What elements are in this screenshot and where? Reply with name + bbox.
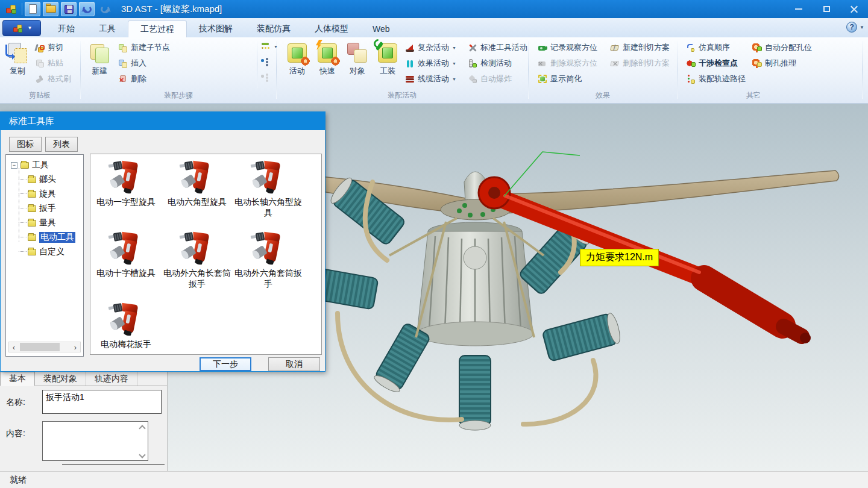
ribbon-tab-row: 开始 工具 工艺过程 技术图解 装配仿真 人体模型 Web: [0, 18, 868, 37]
tree-node-screwdriver[interactable]: 旋具: [28, 189, 56, 199]
tree-node-electric-tools[interactable]: 电动工具: [28, 232, 75, 243]
tool-category-tree: − 工具 鎯头 旋具 扳手 量具 电动工具 自定义 ‹ ›: [5, 154, 84, 357]
tree-view-button[interactable]: [260, 55, 271, 69]
chevron-down-icon: ▼: [452, 61, 456, 66]
name-input[interactable]: 扳手活动1: [42, 390, 162, 414]
tab-human-model[interactable]: 人体模型: [303, 20, 360, 37]
scroll-left-icon[interactable]: ‹: [9, 343, 19, 352]
app-menu-button[interactable]: ▼: [2, 20, 41, 36]
horizontal-splitter[interactable]: [62, 464, 165, 465]
tooling-button[interactable]: 工装: [374, 40, 401, 90]
undo-icon[interactable]: [79, 2, 95, 16]
cancel-button[interactable]: 取消: [268, 357, 320, 371]
cable-activity-button[interactable]: 线缆活动▼: [405, 72, 456, 86]
quick-activity-icon: [316, 42, 338, 64]
minimize-button[interactable]: [785, 0, 813, 18]
hole-inference-button[interactable]: 制孔推理: [752, 57, 796, 70]
tool-item[interactable]: 电动梅花扳手: [90, 300, 162, 349]
new-child-node-button[interactable]: 新建子节点: [118, 41, 170, 54]
tab-assembly-sim[interactable]: 装配仿真: [245, 20, 303, 37]
folder-icon: [28, 249, 36, 255]
starburst-icon: [686, 58, 696, 69]
assembly-trajectory-button[interactable]: 装配轨迹路径: [686, 72, 746, 86]
tree-node-hammer[interactable]: 鎯头: [28, 174, 56, 185]
tree-node-measuring[interactable]: 量具: [28, 217, 56, 228]
chevron-down-icon[interactable]: ▼: [860, 25, 864, 30]
tab-tech-diagram[interactable]: 技术图解: [187, 20, 245, 37]
tooling-wrench-icon: [377, 42, 398, 64]
collapse-icon[interactable]: −: [11, 162, 17, 169]
paste-icon: [35, 58, 45, 69]
dialog-titlebar[interactable]: 标准工具库: [1, 112, 325, 130]
simplify-display-button[interactable]: 显示简化: [538, 72, 582, 86]
activity-button[interactable]: 活动: [283, 40, 311, 90]
object-button[interactable]: 对象: [344, 40, 371, 90]
tree-node-custom[interactable]: 自定义: [28, 246, 64, 257]
tab-start[interactable]: 开始: [46, 20, 87, 37]
tab-tools[interactable]: 工具: [87, 20, 128, 37]
tool-item[interactable]: 电动外六角长套筒扳手: [162, 229, 233, 289]
content-label: 内容:: [6, 428, 25, 439]
interference-check-button[interactable]: 干涉检查点: [686, 57, 738, 70]
org-tree-icon: [260, 57, 271, 67]
folder-icon: [28, 191, 36, 198]
chevron-down-icon: ▼: [28, 25, 33, 31]
link-view-button: [260, 71, 271, 84]
save-icon[interactable]: [61, 2, 77, 16]
group-label-effects: 效果: [567, 90, 639, 101]
panel-tab-trajectory[interactable]: 轨迹内容: [86, 372, 137, 386]
open-file-icon[interactable]: [43, 2, 58, 16]
crossed-tools-icon: [468, 43, 478, 53]
tree-horizontal-scrollbar[interactable]: ‹ ›: [8, 342, 81, 352]
tool-item[interactable]: 电动外六角套筒扳手: [233, 229, 304, 289]
tab-web[interactable]: Web: [360, 20, 402, 37]
tree-node-tools[interactable]: − 工具: [11, 160, 49, 170]
cut-icon: [35, 43, 45, 53]
record-view-button[interactable]: 记录观察方位: [538, 41, 597, 54]
insert-button[interactable]: 插入: [118, 57, 146, 70]
tool-item[interactable]: 电动长轴六角型旋具: [233, 158, 304, 218]
trajectory-path-icon: [686, 74, 696, 84]
help-icon[interactable]: ?: [846, 22, 857, 33]
detect-activity-button[interactable]: 检测活动: [468, 57, 512, 70]
cut-button[interactable]: 剪切: [35, 41, 63, 54]
new-section-plan-button[interactable]: / 新建剖切方案: [610, 41, 670, 54]
layout-grid-button[interactable]: ▼: [260, 40, 278, 53]
standard-tool-library-dialog: 标准工具库 图标 列表 − 工具 鎯头 旋具 扳手 量具 电动工具 自定义 ‹ …: [0, 111, 326, 372]
tool-item[interactable]: 电动十字槽旋具: [90, 229, 162, 278]
folder-icon: [28, 177, 36, 183]
ribbon: 复制 剪切 粘贴 格式刷 剪贴板 新建 新建子节点 插入 ×: [0, 37, 868, 104]
tab-process[interactable]: 工艺过程: [128, 20, 187, 37]
activity-icon: [286, 42, 308, 64]
icon-view-button[interactable]: 图标: [9, 137, 42, 152]
panel-tab-assembly-object[interactable]: 装配对象: [35, 372, 86, 386]
auto-hole-assign-button[interactable]: 自动分配孔位: [752, 41, 812, 54]
paste-button: 粘贴: [35, 57, 63, 70]
next-button[interactable]: 下一步: [200, 357, 251, 371]
list-view-button[interactable]: 列表: [45, 137, 78, 152]
group-label-steps: 装配步骤: [142, 90, 215, 101]
delete-button[interactable]: × 删除: [118, 72, 146, 86]
tree-node-wrench[interactable]: 扳手: [28, 203, 56, 214]
standard-tool-activity-button[interactable]: 标准工具活动: [468, 41, 527, 54]
new-file-icon[interactable]: [25, 2, 40, 16]
scrollbar-thumb[interactable]: [20, 343, 60, 351]
effect-activity-button[interactable]: 效果活动▼: [405, 57, 456, 70]
panel-tab-basic[interactable]: 基本: [0, 372, 35, 386]
scroll-right-icon[interactable]: ›: [71, 343, 80, 352]
new-step-button[interactable]: 新建: [84, 40, 115, 90]
quick-activity-button[interactable]: 快速: [313, 40, 341, 90]
complex-activity-button[interactable]: 复杂活动▼: [405, 41, 456, 54]
sim-order-button[interactable]: 仿真顺序: [686, 41, 730, 54]
group-label-others: 其它: [717, 90, 790, 101]
maximize-button[interactable]: [813, 0, 840, 18]
close-button[interactable]: [840, 0, 868, 18]
tool-item[interactable]: 电动一字型旋具: [90, 158, 162, 207]
content-input[interactable]: [42, 421, 148, 461]
copy-button[interactable]: 复制: [2, 40, 33, 90]
app-logo-icon: [12, 23, 24, 34]
tool-item[interactable]: 电动六角型旋具: [162, 158, 233, 207]
application-window: 3D AST - [螺旋桨.kmapd] 开始 工具 工艺过程 技术图解 装配仿…: [0, 0, 868, 488]
section-plane-icon: /: [610, 43, 620, 53]
folder-icon: [28, 205, 36, 212]
